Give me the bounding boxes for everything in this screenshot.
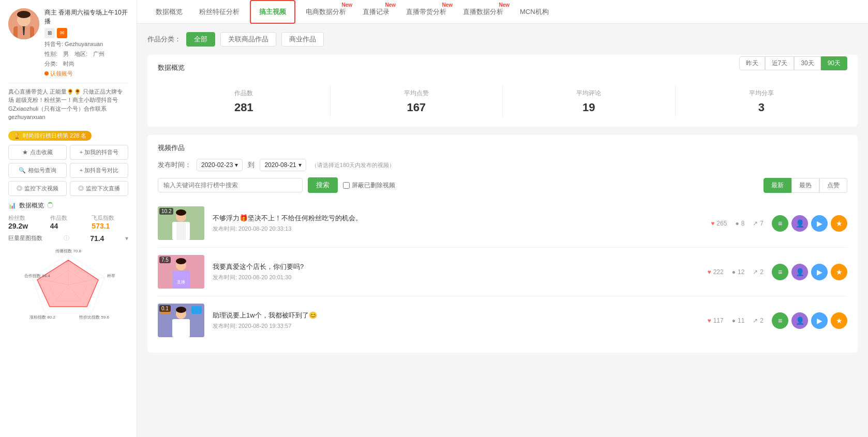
video-list: 10.2 不够浮力🎁坚决不上！不给任何粉丝吃亏的机会。 (158, 199, 847, 344)
nav-host-video[interactable]: 搞主视频 (250, 0, 295, 24)
cat-btn-related[interactable]: 关联商品作品 (220, 32, 276, 47)
monitor-live-button[interactable]: ◎ 监控下次直播 (70, 181, 128, 196)
share-icon-2: ↗ (753, 268, 758, 276)
profile-name: 商主 香港周六福专场上午10开播 (44, 8, 128, 26)
add-tiktok-button[interactable]: + 加我的抖音号 (70, 145, 128, 160)
trophy-icon: 🏆 (13, 132, 21, 139)
chat-action-3[interactable]: ≡ (772, 312, 788, 329)
data-overview-title: 数据概览 (158, 63, 185, 72)
works-stat: 作品数 44 (50, 214, 87, 230)
fav-action-1[interactable]: ★ (831, 215, 847, 232)
comments-stat-1: ● 8 (735, 220, 744, 227)
shares-value-3: 2 (760, 317, 764, 324)
svg-text:种草指数 66.4: 种草指数 66.4 (107, 274, 115, 278)
category-bar: 作品分类： 全部 关联商品作品 商业作品 (147, 32, 858, 47)
video-score-1: 10.2 (159, 208, 173, 215)
time-btn-7days[interactable]: 近7天 (765, 56, 795, 70)
metric-likes: 平均点赞 167 (331, 85, 503, 118)
hide-deleted-label: 屏蔽已删除视频 (352, 181, 395, 190)
metric-shares-value: 3 (676, 101, 848, 114)
chat-action-2[interactable]: ≡ (772, 264, 788, 280)
profile-info: 商主 香港周六福专场上午10开播 ⊞ ✉ 抖音号: Gezhuyanxuan 性… (44, 8, 128, 78)
video-thumbnail-2[interactable]: 7.5 直播 (158, 255, 204, 289)
data-overview-text: 数据概览 (19, 201, 44, 210)
shares-stat-3: ↗ 2 (753, 317, 764, 324)
video-works-title: 视频作品 (158, 143, 847, 153)
video-actions-1: ≡ 👤 ▶ ★ (772, 215, 847, 232)
metric-works-value: 281 (158, 101, 330, 114)
similar-search-button[interactable]: 🔍 相似号查询 (8, 163, 67, 178)
metric-works: 作品数 281 (158, 85, 331, 118)
sort-btn-hottest[interactable]: 最热 (791, 178, 819, 193)
chat-action-1[interactable]: ≡ (772, 215, 788, 232)
video-thumbnail-3[interactable]: 0.1 (158, 304, 204, 337)
date-hint: （请选择近180天内发布的视频） (311, 161, 395, 169)
favorite-button[interactable]: ★ 点击收藏 (8, 145, 67, 160)
likes-stat-3: ♥ 117 (708, 317, 724, 324)
nav-ecommerce[interactable]: New 电商数据分析 (297, 0, 354, 24)
video-stats-1: ♥ 265 ● 8 ↗ 7 (711, 220, 764, 227)
cat-btn-all[interactable]: 全部 (186, 32, 215, 47)
shares-stat-2: ↗ 2 (753, 268, 764, 276)
date-to-value: 2020-08-21 (264, 161, 296, 169)
time-btn-yesterday[interactable]: 昨天 (739, 56, 765, 70)
play-action-3[interactable]: ▶ (811, 312, 828, 329)
category-row: 分类: 时尚 (44, 60, 128, 68)
date-to-select[interactable]: 2020-08-21 ▾ (260, 159, 306, 171)
date-from-select[interactable]: 2020-02-23 ▾ (197, 159, 243, 171)
user-action-3[interactable]: 👤 (791, 312, 808, 329)
video-stats-3: ♥ 117 ● 11 ↗ 2 (708, 317, 764, 324)
nav-live-sales[interactable]: New 直播带货分析 (398, 0, 455, 24)
radar-chart: 传播指数 70.8 种草指数 66.4 性价比指数 59.6 涨粉指数 80.2… (22, 249, 115, 321)
fav-action-3[interactable]: ★ (831, 312, 847, 329)
user-action-1[interactable]: 👤 (791, 215, 808, 232)
user-action-2[interactable]: 👤 (791, 264, 808, 280)
heart-icon-1: ♥ (711, 220, 714, 227)
nav-data-overview[interactable]: 数据概览 (147, 0, 191, 24)
data-overview-label: 📊 数据概览 (8, 201, 128, 210)
expand-icon[interactable]: ▾ (125, 235, 128, 242)
nav-mcn[interactable]: MCN机构 (512, 0, 557, 24)
nav-fans-analysis[interactable]: 粉丝特征分析 (191, 0, 248, 24)
date-from-value: 2020-02-23 (201, 161, 233, 169)
data-overview-box: 数据概览 昨天 近7天 30天 90天 作品数 281 平均点赞 (147, 55, 858, 127)
likes-value-1: 265 (716, 220, 727, 227)
heart-icon-3: ♥ (708, 317, 711, 324)
category-bar-label: 作品分类： (147, 35, 181, 44)
nav-live-data[interactable]: New 直播数据分析 (455, 0, 512, 24)
svg-rect-34 (172, 319, 190, 337)
time-btn-30days[interactable]: 30天 (794, 56, 820, 70)
profile-section: 商主 香港周六福专场上午10开播 ⊞ ✉ 抖音号: Gezhuyanxuan 性… (8, 8, 128, 78)
fav-action-2[interactable]: ★ (831, 264, 847, 280)
region-value: 广州 (93, 51, 104, 57)
chart-icon: 📊 (8, 202, 16, 209)
svg-point-33 (176, 307, 186, 313)
sort-btn-newest[interactable]: 最新 (764, 178, 791, 193)
time-btn-90days[interactable]: 90天 (821, 56, 847, 70)
share-icon-1: ↗ (753, 220, 758, 227)
svg-rect-36 (191, 306, 202, 314)
hide-deleted-checkbox[interactable] (343, 182, 350, 189)
svg-text:传播指数 70.8: 传播指数 70.8 (55, 249, 81, 253)
feigua-label: 飞瓜指数 (92, 214, 128, 222)
cat-btn-commercial[interactable]: 商业作品 (281, 32, 324, 47)
new-badge-live: New (385, 2, 396, 8)
play-action-2[interactable]: ▶ (811, 264, 828, 280)
monitor-video-button[interactable]: ◎ 监控下次视频 (8, 181, 67, 196)
likes-stat-1: ♥ 265 (711, 220, 727, 227)
compare-tiktok-button[interactable]: + 加抖音号对比 (70, 163, 128, 178)
search-row: 搜索 屏蔽已删除视频 最新 最热 点赞 (158, 177, 847, 193)
search-button[interactable]: 搜索 (308, 177, 338, 193)
intro-text: 真心直播带货人 正能量🌻🌻 只做正品大牌专场 超级充粉！粉丝第一！商主小助理抖音… (8, 83, 128, 122)
search-input[interactable] (158, 178, 303, 192)
sort-btn-likes[interactable]: 点赞 (819, 178, 847, 193)
video-thumbnail-1[interactable]: 10.2 (158, 206, 204, 240)
play-action-1[interactable]: ▶ (811, 215, 828, 232)
works-value: 44 (50, 222, 87, 230)
hide-deleted-checkbox-label[interactable]: 屏蔽已删除视频 (343, 181, 395, 190)
feigua-stat: 飞瓜指数 573.1 (92, 214, 128, 230)
svg-point-23 (176, 209, 186, 216)
nav-live-records[interactable]: New 直播记录 (354, 0, 398, 24)
fans-stat: 粉丝数 29.2w (8, 214, 45, 230)
certified-badge[interactable]: 认领账号 (44, 70, 128, 78)
